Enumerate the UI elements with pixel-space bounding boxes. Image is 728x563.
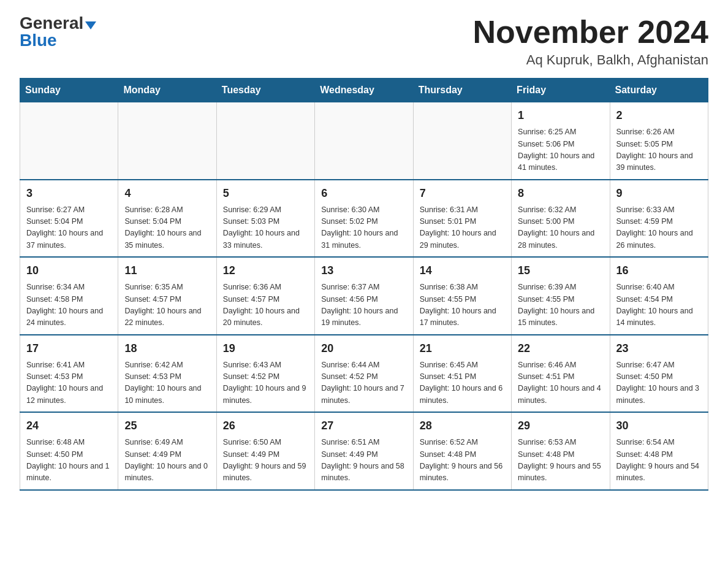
calendar-cell: 24Sunrise: 6:48 AMSunset: 4:50 PMDayligh… — [20, 412, 118, 490]
day-info: Sunrise: 6:47 AMSunset: 4:50 PMDaylight:… — [616, 359, 702, 407]
day-info: Sunrise: 6:30 AMSunset: 5:02 PMDaylight:… — [321, 204, 406, 252]
day-number: 25 — [124, 418, 210, 434]
day-number: 30 — [616, 418, 702, 434]
day-info: Sunrise: 6:44 AMSunset: 4:52 PMDaylight:… — [321, 359, 406, 407]
day-number: 9 — [616, 185, 702, 202]
calendar-cell: 5Sunrise: 6:29 AMSunset: 5:03 PMDaylight… — [216, 180, 314, 258]
calendar-cell: 22Sunrise: 6:46 AMSunset: 4:51 PMDayligh… — [512, 335, 610, 413]
day-info: Sunrise: 6:39 AMSunset: 4:55 PMDaylight:… — [518, 282, 603, 329]
day-number: 1 — [518, 107, 603, 124]
day-number: 10 — [26, 262, 112, 279]
calendar-cell — [315, 102, 413, 180]
calendar-cell: 25Sunrise: 6:49 AMSunset: 4:49 PMDayligh… — [118, 412, 216, 490]
day-info: Sunrise: 6:43 AMSunset: 4:52 PMDaylight:… — [223, 359, 308, 407]
day-number: 17 — [26, 340, 112, 357]
weekday-header-wednesday: Wednesday — [315, 79, 413, 102]
calendar-cell: 27Sunrise: 6:51 AMSunset: 4:49 PMDayligh… — [315, 412, 413, 490]
weekday-header-tuesday: Tuesday — [216, 79, 314, 102]
weekday-header-saturday: Saturday — [610, 79, 708, 102]
calendar-cell: 4Sunrise: 6:28 AMSunset: 5:04 PMDaylight… — [118, 180, 216, 258]
calendar-cell: 12Sunrise: 6:36 AMSunset: 4:57 PMDayligh… — [216, 257, 314, 335]
calendar-cell: 23Sunrise: 6:47 AMSunset: 4:50 PMDayligh… — [610, 335, 708, 413]
calendar-cell: 14Sunrise: 6:38 AMSunset: 4:55 PMDayligh… — [413, 257, 511, 335]
day-info: Sunrise: 6:37 AMSunset: 4:56 PMDaylight:… — [321, 282, 406, 329]
day-number: 4 — [124, 185, 210, 202]
weekday-header-monday: Monday — [118, 79, 216, 102]
day-number: 22 — [518, 340, 603, 357]
day-number: 3 — [26, 185, 112, 202]
calendar-cell: 11Sunrise: 6:35 AMSunset: 4:57 PMDayligh… — [118, 257, 216, 335]
location-title: Aq Kupruk, Balkh, Afghanistan — [473, 52, 708, 68]
day-info: Sunrise: 6:52 AMSunset: 4:48 PMDaylight:… — [420, 437, 505, 484]
day-number: 23 — [616, 340, 702, 357]
day-info: Sunrise: 6:26 AMSunset: 5:05 PMDaylight:… — [616, 126, 702, 174]
calendar-cell — [413, 102, 511, 180]
day-info: Sunrise: 6:27 AMSunset: 5:04 PMDaylight:… — [26, 204, 112, 252]
day-info: Sunrise: 6:35 AMSunset: 4:57 PMDaylight:… — [124, 282, 210, 329]
day-info: Sunrise: 6:31 AMSunset: 5:01 PMDaylight:… — [420, 204, 505, 252]
day-number: 16 — [616, 262, 702, 279]
day-info: Sunrise: 6:25 AMSunset: 5:06 PMDaylight:… — [518, 126, 603, 174]
day-info: Sunrise: 6:33 AMSunset: 4:59 PMDaylight:… — [616, 204, 702, 252]
calendar-cell: 9Sunrise: 6:33 AMSunset: 4:59 PMDaylight… — [610, 180, 708, 258]
calendar-week-row: 10Sunrise: 6:34 AMSunset: 4:58 PMDayligh… — [20, 257, 708, 335]
day-info: Sunrise: 6:49 AMSunset: 4:49 PMDaylight:… — [124, 437, 210, 484]
weekday-header-thursday: Thursday — [413, 79, 511, 102]
day-info: Sunrise: 6:28 AMSunset: 5:04 PMDaylight:… — [124, 204, 210, 252]
day-info: Sunrise: 6:48 AMSunset: 4:50 PMDaylight:… — [26, 437, 112, 484]
calendar-week-row: 24Sunrise: 6:48 AMSunset: 4:50 PMDayligh… — [20, 412, 708, 490]
calendar-cell: 6Sunrise: 6:30 AMSunset: 5:02 PMDaylight… — [315, 180, 413, 258]
day-number: 13 — [321, 262, 406, 279]
day-number: 11 — [124, 262, 210, 279]
calendar-cell: 19Sunrise: 6:43 AMSunset: 4:52 PMDayligh… — [216, 335, 314, 413]
calendar-cell: 18Sunrise: 6:42 AMSunset: 4:53 PMDayligh… — [118, 335, 216, 413]
day-number: 15 — [518, 262, 603, 279]
day-number: 28 — [420, 418, 505, 434]
calendar-cell: 8Sunrise: 6:32 AMSunset: 5:00 PMDaylight… — [512, 180, 610, 258]
month-title: November 2024 — [473, 15, 708, 50]
calendar-cell: 13Sunrise: 6:37 AMSunset: 4:56 PMDayligh… — [315, 257, 413, 335]
calendar-cell: 21Sunrise: 6:45 AMSunset: 4:51 PMDayligh… — [413, 335, 511, 413]
calendar-cell: 29Sunrise: 6:53 AMSunset: 4:48 PMDayligh… — [512, 412, 610, 490]
weekday-header-friday: Friday — [512, 79, 610, 102]
day-number: 27 — [321, 418, 406, 434]
calendar-cell: 30Sunrise: 6:54 AMSunset: 4:48 PMDayligh… — [610, 412, 708, 490]
day-info: Sunrise: 6:42 AMSunset: 4:53 PMDaylight:… — [124, 359, 210, 407]
day-number: 19 — [223, 340, 308, 357]
page-header: General Blue November 2024 Aq Kupruk, Ba… — [20, 15, 708, 68]
day-number: 6 — [321, 185, 406, 202]
calendar-cell: 20Sunrise: 6:44 AMSunset: 4:52 PMDayligh… — [315, 335, 413, 413]
logo-general-text: General — [20, 15, 83, 32]
day-info: Sunrise: 6:41 AMSunset: 4:53 PMDaylight:… — [26, 359, 112, 407]
calendar-week-row: 3Sunrise: 6:27 AMSunset: 5:04 PMDaylight… — [20, 180, 708, 258]
day-info: Sunrise: 6:36 AMSunset: 4:57 PMDaylight:… — [223, 282, 308, 329]
calendar-cell: 17Sunrise: 6:41 AMSunset: 4:53 PMDayligh… — [20, 335, 118, 413]
day-number: 7 — [420, 185, 505, 202]
calendar-body: 1Sunrise: 6:25 AMSunset: 5:06 PMDaylight… — [20, 102, 708, 490]
calendar-cell: 2Sunrise: 6:26 AMSunset: 5:05 PMDaylight… — [610, 102, 708, 180]
calendar-cell: 1Sunrise: 6:25 AMSunset: 5:06 PMDaylight… — [512, 102, 610, 180]
day-info: Sunrise: 6:51 AMSunset: 4:49 PMDaylight:… — [321, 437, 406, 484]
day-number: 14 — [420, 262, 505, 279]
calendar-cell — [118, 102, 216, 180]
calendar-cell: 26Sunrise: 6:50 AMSunset: 4:49 PMDayligh… — [216, 412, 314, 490]
calendar-cell: 28Sunrise: 6:52 AMSunset: 4:48 PMDayligh… — [413, 412, 511, 490]
logo: General Blue — [20, 15, 96, 49]
day-info: Sunrise: 6:34 AMSunset: 4:58 PMDaylight:… — [26, 282, 112, 329]
day-info: Sunrise: 6:53 AMSunset: 4:48 PMDaylight:… — [518, 437, 603, 484]
logo-blue-text: Blue — [20, 32, 57, 49]
day-number: 5 — [223, 185, 308, 202]
day-info: Sunrise: 6:40 AMSunset: 4:54 PMDaylight:… — [616, 282, 702, 329]
day-number: 20 — [321, 340, 406, 357]
calendar-cell: 3Sunrise: 6:27 AMSunset: 5:04 PMDaylight… — [20, 180, 118, 258]
calendar-week-row: 17Sunrise: 6:41 AMSunset: 4:53 PMDayligh… — [20, 335, 708, 413]
calendar-table: SundayMondayTuesdayWednesdayThursdayFrid… — [20, 78, 708, 491]
calendar-cell — [20, 102, 118, 180]
day-info: Sunrise: 6:50 AMSunset: 4:49 PMDaylight:… — [223, 437, 308, 484]
day-info: Sunrise: 6:38 AMSunset: 4:55 PMDaylight:… — [420, 282, 505, 329]
calendar-cell — [216, 102, 314, 180]
calendar-week-row: 1Sunrise: 6:25 AMSunset: 5:06 PMDaylight… — [20, 102, 708, 180]
day-number: 18 — [124, 340, 210, 357]
calendar-cell: 7Sunrise: 6:31 AMSunset: 5:01 PMDaylight… — [413, 180, 511, 258]
weekday-header-row: SundayMondayTuesdayWednesdayThursdayFrid… — [20, 79, 708, 102]
